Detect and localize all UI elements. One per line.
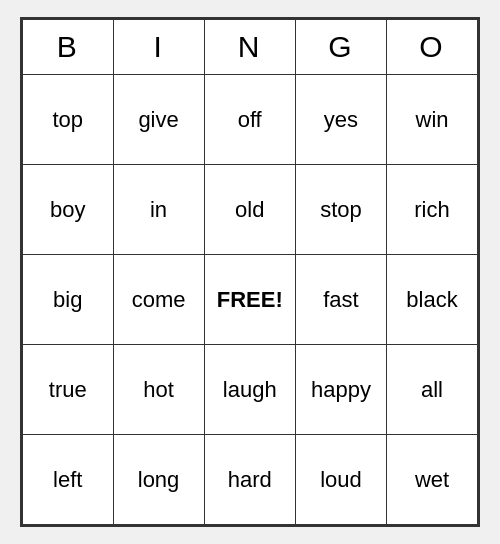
cell-r2-c3: fast [295, 255, 386, 345]
cell-r0-c1: give [113, 75, 204, 165]
bingo-table: BINGO topgiveoffyeswinboyinoldstoprichbi… [22, 19, 478, 525]
bingo-card: BINGO topgiveoffyeswinboyinoldstoprichbi… [20, 17, 480, 527]
table-row: truehotlaughhappyall [23, 345, 478, 435]
cell-r4-c2: hard [204, 435, 295, 525]
header-cell-i: I [113, 20, 204, 75]
cell-r4-c1: long [113, 435, 204, 525]
cell-r1-c2: old [204, 165, 295, 255]
cell-r1-c3: stop [295, 165, 386, 255]
header-cell-b: B [23, 20, 114, 75]
cell-r1-c1: in [113, 165, 204, 255]
table-row: leftlonghardloudwet [23, 435, 478, 525]
header-cell-g: G [295, 20, 386, 75]
header-cell-n: N [204, 20, 295, 75]
cell-r4-c3: loud [295, 435, 386, 525]
cell-r3-c4: all [387, 345, 478, 435]
cell-r0-c2: off [204, 75, 295, 165]
cell-r2-c2: FREE! [204, 255, 295, 345]
cell-r0-c0: top [23, 75, 114, 165]
cell-r3-c1: hot [113, 345, 204, 435]
cell-r0-c3: yes [295, 75, 386, 165]
cell-r4-c0: left [23, 435, 114, 525]
table-row: boyinoldstoprich [23, 165, 478, 255]
cell-r2-c0: big [23, 255, 114, 345]
cell-r0-c4: win [387, 75, 478, 165]
cell-r3-c2: laugh [204, 345, 295, 435]
header-row: BINGO [23, 20, 478, 75]
table-row: topgiveoffyeswin [23, 75, 478, 165]
table-row: bigcomeFREE!fastblack [23, 255, 478, 345]
cell-r2-c4: black [387, 255, 478, 345]
cell-r4-c4: wet [387, 435, 478, 525]
cell-r1-c4: rich [387, 165, 478, 255]
cell-r1-c0: boy [23, 165, 114, 255]
header-cell-o: O [387, 20, 478, 75]
cell-r2-c1: come [113, 255, 204, 345]
cell-r3-c0: true [23, 345, 114, 435]
cell-r3-c3: happy [295, 345, 386, 435]
